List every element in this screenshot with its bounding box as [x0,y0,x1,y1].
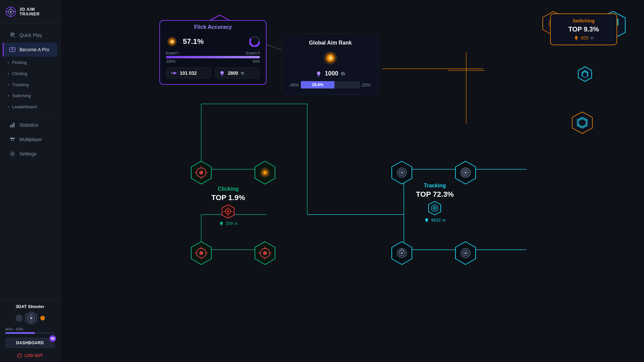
clicking-hex-top-right[interactable] [252,160,278,187]
diamond-hex-small [576,65,594,83]
clicking-hex-bot-left-shape [189,240,214,266]
clicking-category: Clicking [211,186,245,192]
sidebar-item-quick-play[interactable]: Quick Play [3,28,57,42]
svg-rect-10 [13,123,14,127]
clicking-hex-bot-left[interactable] [189,240,214,267]
tracking-hex-tr-shape [453,160,478,185]
flicking-card-content: ★ 57.1% Expert I Expert II 100% 50% [160,32,266,84]
nav-divider [5,115,55,115]
sidebar-item-become-pro[interactable]: Become A Pro [3,43,57,57]
accuracy-bar-bg [166,56,260,58]
flicking-card-title: Flick Accuracy [160,21,266,32]
quick-play-label: Quick Play [19,33,42,38]
notification-badge: 99 [49,335,56,342]
rank-position: 1000th [290,70,371,77]
svg-text:★: ★ [329,56,332,60]
switching-trophy-icon [574,36,579,40]
svg-point-125 [401,252,403,254]
sidebar-item-flicking[interactable]: Flicking [0,57,60,68]
rank-to-label: Expert II [246,51,260,55]
sidebar-item-multiplayer[interactable]: Multiplayer [3,132,57,146]
become-pro-label: Become A Pro [19,47,49,52]
accuracy-percentage: 57.1% [183,37,204,46]
tracking-hex-tl-shape [389,160,415,185]
sidebar-item-statistics[interactable]: Statistics [3,118,57,132]
sidebar-item-switching[interactable]: Switching [0,90,60,101]
rank-bar-fill: 28.6% [301,81,334,88]
tracking-rank: 9632th [416,218,454,223]
progress-bar-bg [5,332,55,334]
logout-button[interactable]: LOG OUT [16,350,44,358]
sidebar-navigation: Quick Play Become A Pro Flicking Clickin… [0,24,60,300]
tracking-hex-bot-left[interactable] [389,240,415,267]
rank-suffix: th [241,71,244,75]
svg-point-112 [434,207,435,209]
tracking-hex-br-shape [453,240,478,266]
tracking-hex-top-right[interactable] [453,160,478,187]
sidebar-item-settings[interactable]: Settings [3,147,57,161]
flicking-stats: 101 032 2800th [166,67,260,79]
clicking-trophy-icon [219,221,224,226]
tracking-small-hex [427,201,442,216]
app-title: 3D AIM TRAINER [19,7,55,17]
tracking-category: Tracking [416,183,454,189]
tracking-info: Tracking TOP 72.3% 9632th [416,183,454,223]
clicking-hex-bot-right[interactable] [252,240,278,267]
rank-value: 2800 [228,70,238,76]
trophy-icon-small [219,70,225,76]
svg-point-2 [10,11,12,13]
sidebar-item-tracking[interactable]: Tracking [0,79,60,90]
pct-right: 50% [253,59,260,63]
flicking-label: Flicking [12,60,27,65]
multiplayer-label: Multiplayer [19,137,42,142]
user-name: 3DAT Shooter [16,304,45,309]
global-rank-title: Global Aim Rank [290,40,371,46]
switching-rank-num: 605 [581,35,589,41]
statistics-label: Statistics [19,122,38,128]
clicking-rank-num: 209 [226,221,233,226]
user-progress: 60% › 50% [5,327,55,334]
rank-bar-container: 40% 28.6% 25% [290,81,371,88]
pct-left: 100% [166,59,175,63]
svg-point-12 [11,153,13,155]
tracking-hex-top-left[interactable] [389,160,415,187]
svg-rect-54 [221,75,223,76]
clicking-small-hex [221,204,235,219]
dashboard-button[interactable]: DASHBOARD [5,338,55,348]
accuracy-labels: Expert I Expert II [166,51,260,55]
tracking-rank-num: 9632 [431,218,441,223]
clicking-hex-top-right-shape [252,160,278,185]
sidebar-item-clicking[interactable]: Clicking [0,68,60,79]
tracking-label: Tracking [12,82,29,87]
clicking-hex-top-left[interactable] [189,160,214,187]
sidebar-item-leaderboard[interactable]: Leaderboard [0,101,60,112]
svg-point-19 [30,317,33,319]
switching-bottom-hex [570,111,594,135]
settings-icon [9,151,15,157]
gold-dot [40,316,45,320]
svg-rect-68 [576,39,577,40]
switching-rank: 605th [557,35,610,41]
progress-bar-fill [5,332,35,334]
main-content: PLAY Flicking Flick Accuracy ★ 57.1% [60,0,644,362]
tracking-hex-bot-right[interactable] [453,240,478,267]
svg-rect-113 [426,222,427,222]
accuracy-pct-labels: 100% 50% [166,59,260,63]
rank-pct-left: 40% [290,82,299,87]
logout-label: LOG OUT [24,353,43,358]
rank-number: 1000 [325,70,338,77]
progress-label: 60% › 50% [5,327,55,331]
rank-pct-right: 25% [362,82,371,87]
rank-number-suffix: th [341,71,345,76]
accuracy-row: ★ 57.1% [166,36,260,48]
leaderboard-label: Leaderboard [12,104,37,109]
user-card: 3DAT Shooter [5,304,55,358]
switching-label: Switching [12,93,31,98]
user-avatars [15,311,45,325]
switching-rank-suffix: th [591,36,594,40]
shots-icon [170,70,177,76]
tracking-rank-suffix: th [442,218,445,222]
sidebar-footer: 3DAT Shooter [0,300,60,362]
switching-top-pct: TOP 9.3% [557,25,610,33]
svg-point-94 [263,171,267,174]
